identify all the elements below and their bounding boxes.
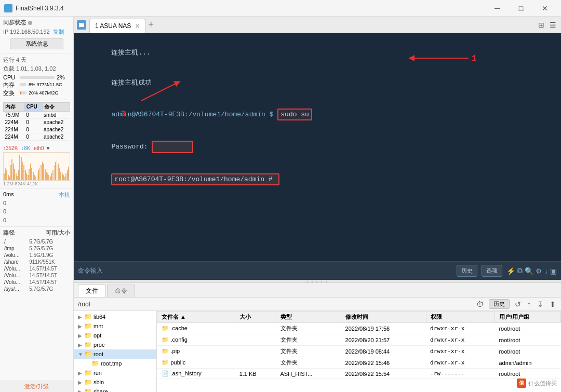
- folder-icon: 📁: [84, 322, 92, 330]
- titlebar: FinalShell 3.9.3.4 ─ □ ✕: [0, 0, 561, 17]
- upload-icon[interactable]: ↑: [527, 300, 531, 308]
- main-layout: 同步状态 IP 192.168.50.192 复制 系统信息 运行 4 天 负载…: [0, 17, 561, 392]
- path-header: 路径 可用/大小: [3, 229, 70, 237]
- file-path-bar: /root ⏱ 历史 ↺ ↑ ↧ ⬆: [74, 298, 561, 311]
- password-input-highlight: [152, 141, 193, 153]
- search-cmd-icon[interactable]: 🔍: [525, 267, 533, 275]
- refresh-icon[interactable]: ↺: [515, 300, 521, 308]
- tree-item[interactable]: ▶📁run: [74, 368, 156, 377]
- path-row: /share911K/951K: [3, 259, 70, 265]
- sync-section: 同步状态 IP 192.168.50.192 复制 系统信息: [0, 17, 73, 53]
- stats-section: 运行 4 天 负载 1.01, 1.03, 1.02 CPU 2% 内存 8% …: [0, 53, 73, 100]
- files-tab[interactable]: 文件: [78, 285, 106, 297]
- ip-info: IP 192.168.50.192 复制: [3, 28, 70, 37]
- swap-bar-outer: [20, 91, 26, 94]
- file-row[interactable]: 📄.ash_history1.1 KBASH_HIST...2022/08/22…: [157, 369, 561, 379]
- maximize-button[interactable]: □: [509, 0, 533, 17]
- tree-item[interactable]: ▶📁opt: [74, 331, 156, 340]
- proc-mem-header[interactable]: 内存: [4, 102, 25, 111]
- upload2-icon[interactable]: ⬆: [550, 300, 556, 308]
- tab-close-icon[interactable]: ×: [135, 22, 139, 30]
- col-type[interactable]: 类型: [276, 312, 341, 323]
- folder-icon: 📁: [84, 313, 92, 320]
- path-row: /Volu...14.5T/14.5T: [3, 272, 70, 279]
- tree-label: opt: [94, 332, 101, 339]
- col-owner[interactable]: 用户/用户组: [495, 312, 560, 323]
- close-button[interactable]: ✕: [533, 0, 557, 17]
- watermark-text: 什么值得买: [528, 380, 557, 387]
- hist-icon[interactable]: ⏱: [476, 300, 484, 308]
- file-row[interactable]: 📁.pip文件夹2022/08/19 08:44drwxr-xr-xroot/r…: [157, 346, 561, 357]
- file-tabs: 文件 命令: [74, 283, 561, 298]
- tree-item[interactable]: ▶📁proc: [74, 340, 156, 349]
- proc-cmd-header[interactable]: 命令: [42, 102, 70, 111]
- tree-label: mnt: [94, 323, 103, 329]
- path-row: /Volu...14.5T/14.5T: [3, 265, 70, 272]
- proc-cpu-header[interactable]: CPU: [24, 102, 42, 111]
- swap-row: 交换 20% 407M/2G: [3, 89, 70, 97]
- terminal-cmd-icon[interactable]: ▣: [550, 267, 557, 275]
- tab-right-icons: ⊞ ☰: [538, 21, 558, 29]
- tree-item[interactable]: ▼📁root: [74, 349, 156, 359]
- tree-item[interactable]: ▶📁share: [74, 387, 156, 392]
- term-line-2: 连接主机成功: [79, 68, 556, 99]
- tree-arrow-icon: ▶: [78, 323, 84, 329]
- tree-arrow-icon: ▶: [78, 389, 84, 393]
- col-name[interactable]: 文件名 ▲: [157, 312, 235, 323]
- path-table: /5.7G/5.7G/tmp5.7G/5.7G/volu...1.5G/1.9G…: [3, 238, 70, 292]
- tree-arrow-icon: ▶: [78, 314, 84, 320]
- file-hist-button[interactable]: 历史: [489, 299, 510, 309]
- copy-button[interactable]: 复制: [53, 29, 64, 35]
- cmd-icons: ⚡ ⧉ 🔍 ⚙ ↓ ▣: [506, 266, 557, 275]
- minimize-button[interactable]: ─: [485, 0, 509, 17]
- bottom-panel: 文件 命令 /root ⏱ 历史 ↺ ↑ ↧ ⬆ ▶📁l: [74, 283, 561, 392]
- menu-icon[interactable]: ☰: [550, 21, 558, 29]
- tree-item[interactable]: ▶📁lib64: [74, 312, 156, 321]
- file-row[interactable]: 📁.config文件夹2022/08/20 21:57drwxr-xr-xroo…: [157, 334, 561, 346]
- terminal[interactable]: 连接主机... 连接主机成功 admin@AS6704T-9E3B:/volum…: [74, 33, 561, 261]
- cpu-bar-outer: [20, 76, 55, 79]
- root-prompt-highlight: root@AS6704T-9E3B:/volume1/home/admin #: [111, 173, 279, 186]
- col-size[interactable]: 大小: [235, 312, 276, 323]
- folder-icon: 📁: [84, 369, 92, 376]
- col-perm[interactable]: 权限: [426, 312, 495, 323]
- path-row: /tmp5.7G/5.7G: [3, 245, 70, 252]
- history-button[interactable]: 历史: [457, 265, 477, 277]
- lightning-icon[interactable]: ⚡: [506, 267, 515, 275]
- latency-label: 0ms: [3, 191, 14, 199]
- path-row: /Volu...14.5T/14.5T: [3, 279, 70, 286]
- watermark-icon: 值: [517, 379, 526, 388]
- net-chart: [3, 152, 70, 181]
- file-row[interactable]: 📁.cache文件夹2022/08/19 17:56drwxr-xr-xroot…: [157, 323, 561, 334]
- tree-label: proc: [94, 342, 104, 348]
- tree-item[interactable]: 📁root.tmp: [74, 359, 156, 368]
- sysinfo-button[interactable]: 系统信息: [10, 38, 63, 49]
- gear-cmd-icon[interactable]: ⚙: [536, 267, 542, 275]
- watermark: 值 什么值得买: [517, 379, 557, 388]
- commands-tab[interactable]: 命令: [107, 285, 135, 297]
- folder-icon: 📁: [84, 388, 92, 392]
- file-list-table: 文件名 ▲ 大小 类型 修改时间 权限 用户/用户组 📁.cache文件夹202…: [157, 311, 561, 379]
- activate-bar[interactable]: 激活/升级: [0, 381, 73, 392]
- download-file-icon[interactable]: ↧: [537, 300, 543, 308]
- folder-icon: 📁: [84, 341, 92, 348]
- copy-cmd-icon[interactable]: ⧉: [517, 266, 523, 275]
- tab-asua-nas[interactable]: 1 ASUA NAS ×: [89, 19, 145, 33]
- folder-icon: 📁: [91, 360, 99, 367]
- path-row: /5.7G/5.7G: [3, 238, 70, 245]
- folder-icon: 📁: [84, 379, 92, 386]
- folder-icon: 📁: [84, 350, 92, 358]
- file-row[interactable]: 📁public文件夹2022/08/22 15:46drwxr-xr-xadmi…: [157, 357, 561, 369]
- tree-item[interactable]: ▶📁mnt: [74, 321, 156, 331]
- col-mtime[interactable]: 修改时间: [341, 312, 426, 323]
- tree-label: sbin: [94, 379, 104, 385]
- add-tab-button[interactable]: +: [146, 19, 156, 30]
- grid-icon[interactable]: ⊞: [538, 21, 546, 29]
- options-button[interactable]: 选项: [482, 265, 502, 277]
- tree-label: root: [94, 351, 103, 357]
- sidebar: 同步状态 IP 192.168.50.192 复制 系统信息 运行 4 天 负载…: [0, 17, 74, 392]
- download-cmd-icon[interactable]: ↓: [544, 267, 548, 275]
- tree-item[interactable]: ▶📁sbin: [74, 377, 156, 387]
- latency-host: 本机: [59, 191, 70, 199]
- command-bar: 命令输入 历史 选项 ⚡ ⧉ 🔍 ⚙ ↓ ▣: [74, 261, 561, 280]
